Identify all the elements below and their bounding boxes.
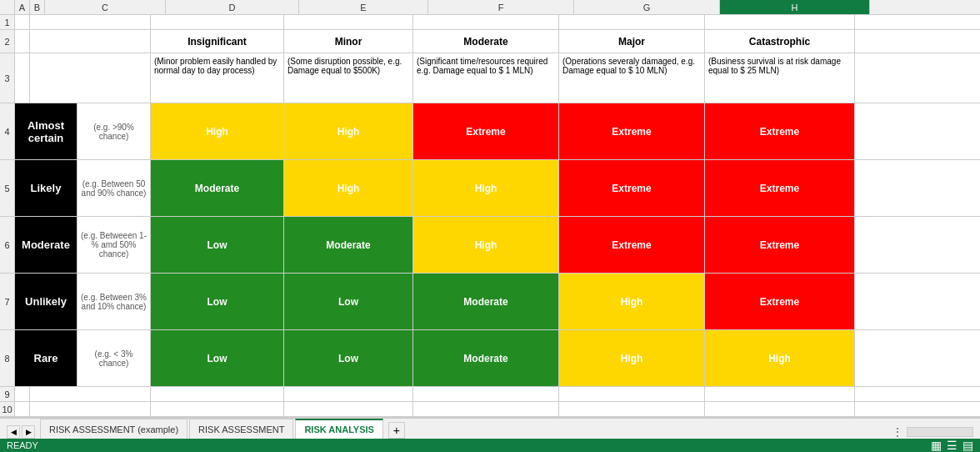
cell-h8[interactable]: High bbox=[705, 330, 855, 386]
cell-e7[interactable]: Low bbox=[284, 274, 413, 329]
cell-g5[interactable]: Extreme bbox=[559, 160, 705, 216]
status-text: READY bbox=[7, 440, 38, 450]
cell-h2-header: Catastrophic bbox=[705, 30, 855, 53]
col-header-b[interactable]: B bbox=[30, 0, 45, 14]
cell-h6[interactable]: Extreme bbox=[705, 217, 855, 273]
cell-h3-desc: (Business survival is at risk damage equ… bbox=[705, 53, 855, 103]
cell-c1[interactable] bbox=[30, 15, 151, 29]
cell-f5[interactable]: High bbox=[413, 160, 559, 216]
cell-d8[interactable]: Low bbox=[151, 330, 284, 386]
cell-f1[interactable] bbox=[413, 15, 559, 29]
cell-g7[interactable]: High bbox=[559, 274, 705, 329]
tab-risk-assessment[interactable]: RISK ASSESSMENT bbox=[189, 419, 293, 439]
col-header-c[interactable]: C bbox=[45, 0, 166, 14]
cell-d1[interactable] bbox=[151, 15, 284, 29]
col-header-h[interactable]: H bbox=[720, 0, 870, 14]
cell-g2-header: Major bbox=[559, 30, 705, 53]
tab-risk-assessment-example[interactable]: RISK ASSESSMENT (example) bbox=[40, 419, 188, 439]
cell-c3[interactable] bbox=[30, 53, 151, 103]
grid-row-7: Unlikely (e.g. Between 3% and 10% chance… bbox=[15, 274, 980, 330]
horizontal-scrollbar[interactable] bbox=[907, 427, 973, 437]
cell-e8[interactable]: Low bbox=[284, 330, 413, 386]
cell-f8[interactable]: Moderate bbox=[413, 330, 559, 386]
cell-h7[interactable]: Extreme bbox=[705, 274, 855, 329]
cell-g3-desc: (Operations severaly damaged, e.g. Damag… bbox=[559, 53, 705, 103]
row-label-7a: Unlikely bbox=[15, 274, 78, 329]
cell-e4[interactable]: High bbox=[284, 103, 413, 159]
cell-d7[interactable]: Low bbox=[151, 274, 284, 329]
cell-e6[interactable]: Moderate bbox=[284, 217, 413, 273]
column-headers: A B C D E F G H bbox=[0, 0, 980, 15]
status-right: ▦ ☰ ▤ bbox=[931, 439, 973, 452]
cell-h5[interactable]: Extreme bbox=[705, 160, 855, 216]
status-bar: READY ▦ ☰ ▤ bbox=[0, 439, 980, 452]
cell-c2[interactable] bbox=[30, 30, 151, 53]
cell-d9[interactable] bbox=[151, 387, 284, 401]
cell-g9[interactable] bbox=[559, 387, 705, 401]
tab-scroll-left[interactable]: ◀ bbox=[7, 425, 20, 439]
col-header-e[interactable]: E bbox=[299, 0, 428, 14]
cell-g6[interactable]: Extreme bbox=[559, 217, 705, 273]
bottom-bar: ◀ ▶ RISK ASSESSMENT (example) RISK ASSES… bbox=[0, 417, 980, 452]
cell-a10[interactable] bbox=[15, 402, 30, 416]
cell-a2[interactable] bbox=[15, 30, 30, 53]
row-header-5: 5 bbox=[0, 160, 14, 217]
cell-h10[interactable] bbox=[705, 402, 855, 416]
row-label-5a: Likely bbox=[15, 160, 78, 216]
cell-d5[interactable]: Moderate bbox=[151, 160, 284, 216]
tab-scroll-right[interactable]: ▶ bbox=[22, 425, 35, 439]
row-header-6: 6 bbox=[0, 217, 14, 274]
col-header-d[interactable]: D bbox=[166, 0, 299, 14]
cell-d4[interactable]: High bbox=[151, 103, 284, 159]
row-header-7: 7 bbox=[0, 274, 14, 330]
cell-f10[interactable] bbox=[413, 402, 559, 416]
grid-view-icon[interactable]: ▦ bbox=[931, 439, 942, 452]
corner-cell bbox=[0, 0, 15, 14]
cell-a3[interactable] bbox=[15, 53, 30, 103]
row-header-10: 10 bbox=[0, 402, 14, 417]
col-header-a[interactable]: A bbox=[15, 0, 30, 14]
row-label-7b: (e.g. Between 3% and 10% chance) bbox=[78, 274, 151, 329]
col-header-g[interactable]: G bbox=[574, 0, 720, 14]
cell-g10[interactable] bbox=[559, 402, 705, 416]
grid-row-10 bbox=[15, 402, 980, 417]
cell-g1[interactable] bbox=[559, 15, 705, 29]
cell-f4[interactable]: Extreme bbox=[413, 103, 559, 159]
chart-view-icon[interactable]: ▤ bbox=[962, 439, 973, 452]
grid-row-2: Insignificant Minor Moderate Major Catas… bbox=[15, 30, 980, 53]
tab-add-button[interactable]: + bbox=[388, 422, 405, 439]
cell-f6[interactable]: High bbox=[413, 217, 559, 273]
cell-e10[interactable] bbox=[284, 402, 413, 416]
grid-row-5: Likely (e.g. Between 50 and 90% chance) … bbox=[15, 160, 980, 217]
cell-h4[interactable]: Extreme bbox=[705, 103, 855, 159]
row-label-6b: (e.g. Betweeen 1-% amd 50% chance) bbox=[78, 217, 151, 273]
grid-row-3: (Minor problem easily handled by normal … bbox=[15, 53, 980, 103]
cell-d6[interactable]: Low bbox=[151, 217, 284, 273]
cell-a1[interactable] bbox=[15, 15, 30, 29]
cell-a9[interactable] bbox=[15, 387, 30, 401]
cell-e9[interactable] bbox=[284, 387, 413, 401]
row-label-8b: (e.g. < 3% chance) bbox=[78, 330, 151, 386]
cell-e1[interactable] bbox=[284, 15, 413, 29]
row-header-1: 1 bbox=[0, 15, 14, 30]
cell-f3-desc: (Significant time/resources required e.g… bbox=[413, 53, 559, 103]
cell-c9[interactable] bbox=[30, 387, 151, 401]
tab-risk-analysis[interactable]: RISK ANALYSIS bbox=[295, 419, 383, 439]
cell-e5[interactable]: High bbox=[284, 160, 413, 216]
cell-g4[interactable]: Extreme bbox=[559, 103, 705, 159]
grid-row-8: Rare (e.g. < 3% chance) Low Low Moderate… bbox=[15, 330, 980, 387]
cell-g8[interactable]: High bbox=[559, 330, 705, 386]
cell-c10[interactable] bbox=[30, 402, 151, 416]
cell-f9[interactable] bbox=[413, 387, 559, 401]
table-view-icon[interactable]: ☰ bbox=[947, 439, 958, 452]
row-header-8: 8 bbox=[0, 330, 14, 387]
row-header-3: 3 bbox=[0, 53, 14, 103]
cell-h1[interactable] bbox=[705, 15, 855, 29]
spreadsheet: A B C D E F G H 1 bbox=[0, 0, 980, 452]
row-label-4a: Almost certain bbox=[15, 103, 78, 159]
cell-h9[interactable] bbox=[705, 387, 855, 401]
cell-d10[interactable] bbox=[151, 402, 284, 416]
cell-f7[interactable]: Moderate bbox=[413, 274, 559, 329]
col-header-f[interactable]: F bbox=[428, 0, 574, 14]
grid-row-1 bbox=[15, 15, 980, 30]
